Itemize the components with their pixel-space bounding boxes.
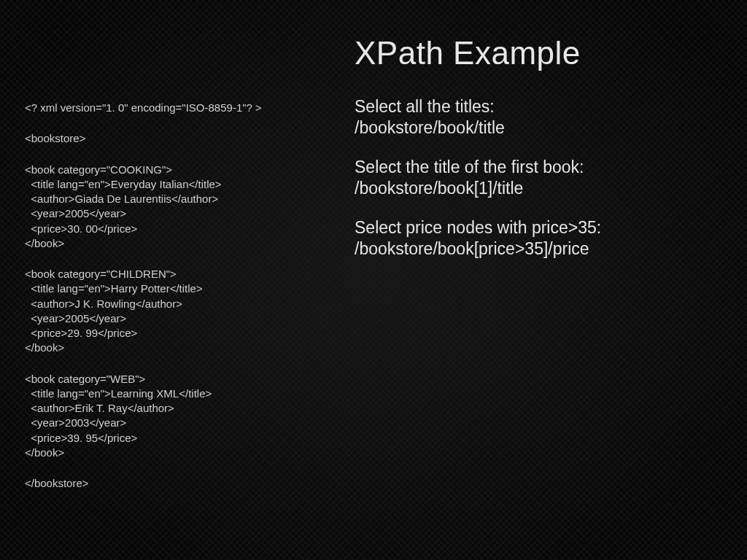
xml-declaration: <? xml version="1. 0" encoding="ISO-8859… xyxy=(25,101,317,115)
example-label: Select the title of the first book: xyxy=(355,157,705,178)
example-path: /bookstore/book[price>35]/price xyxy=(355,238,705,260)
example-2: Select price nodes with price>35: /books… xyxy=(355,217,705,260)
xml-sample: <? xml version="1. 0" encoding="ISO-8859… xyxy=(25,101,317,507)
book-block-1: <book category="CHILDREN"> <title lang="… xyxy=(25,267,317,356)
example-0: Select all the titles: /bookstore/book/t… xyxy=(355,96,705,139)
example-path: /bookstore/book/title xyxy=(355,117,705,139)
bookstore-open: <bookstore> xyxy=(25,131,317,146)
example-label: Select price nodes with price>35: xyxy=(355,217,705,238)
example-label: Select all the titles: xyxy=(355,96,705,117)
bookstore-close: </bookstore> xyxy=(25,476,317,491)
book-block-2: <book category="WEB"> <title lang="en">L… xyxy=(25,372,317,461)
example-path: /bookstore/book[1]/title xyxy=(355,178,705,199)
book-block-0: <book category="COOKING"> <title lang="e… xyxy=(25,163,317,252)
example-1: Select the title of the first book: /boo… xyxy=(355,157,705,200)
examples-column: Select all the titles: /bookstore/book/t… xyxy=(355,96,705,278)
slide-title: XPath Example xyxy=(355,35,581,71)
